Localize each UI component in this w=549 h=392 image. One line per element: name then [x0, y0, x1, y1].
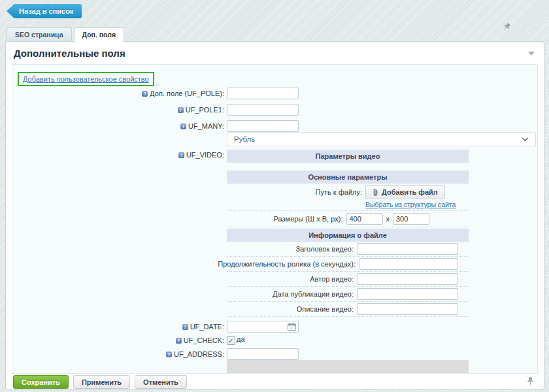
- video-path-row: Путь к файлу: Добавить файл Выбрать из с…: [227, 184, 469, 211]
- add-property-row: Добавить пользовательское свойство: [18, 72, 537, 86]
- footer-button-bar: Сохранить Применить Отменить: [6, 374, 544, 390]
- add-file-button[interactable]: Добавить файл: [365, 185, 445, 199]
- page-title: Дополнительные поля: [14, 48, 125, 59]
- video-title-input[interactable]: [357, 243, 458, 255]
- uf-check-label: UF_CHECK:: [184, 336, 224, 344]
- video-pubdate-input[interactable]: [357, 288, 458, 300]
- uf-address-label: UF_ADDRESS:: [174, 350, 224, 358]
- uf-pole1-input[interactable]: [227, 104, 299, 116]
- tab-bar: SEO страница Доп. поля: [7, 27, 549, 41]
- uf-address-input[interactable]: [227, 348, 299, 360]
- map-placeholder[interactable]: [227, 360, 469, 374]
- tab-seo-page[interactable]: SEO страница: [7, 27, 72, 41]
- highlight-box: Добавить пользовательское свойство: [18, 72, 154, 86]
- panel-header: Дополнительные поля: [6, 42, 544, 64]
- video-author-label: Автор видео:: [310, 275, 357, 283]
- video-info-row: Описание видео:: [227, 302, 469, 317]
- video-info-row: Продолжительность ролика (в секундах):: [227, 257, 469, 272]
- help-icon[interactable]: ?: [180, 123, 186, 129]
- video-width-input[interactable]: [346, 213, 383, 225]
- help-icon[interactable]: ?: [166, 351, 172, 357]
- video-size-label: Размеры (Ш х В, px):: [274, 215, 346, 223]
- uf-pole-input[interactable]: [227, 88, 299, 99]
- currency-select[interactable]: Рубль: [227, 132, 536, 146]
- help-icon[interactable]: ?: [178, 152, 184, 158]
- video-main-params-header: Основные параметры: [227, 171, 469, 184]
- chevron-down-icon: [522, 137, 529, 142]
- help-icon[interactable]: ?: [182, 324, 188, 330]
- video-description-input[interactable]: [357, 303, 458, 315]
- video-duration-label: Продолжительность ролика (в секундах):: [218, 260, 359, 268]
- video-info-row: Заголовок видео:: [227, 242, 469, 257]
- uf-pole1-label: UF_POLE1:: [186, 106, 224, 114]
- video-author-input[interactable]: [357, 273, 458, 285]
- cancel-button[interactable]: Отменить: [135, 375, 187, 389]
- uf-many-label: UF_MANY:: [188, 122, 224, 130]
- video-duration-input[interactable]: [359, 258, 458, 270]
- form-row-uf-check: ?UF_CHECK: да: [12, 335, 537, 345]
- video-params-header: Параметры видео: [227, 150, 469, 163]
- video-title-label: Заголовок видео:: [296, 245, 357, 253]
- form-row-uf-many: ?UF_MANY:: [12, 120, 537, 132]
- uf-date-label: UF_DATE:: [190, 323, 224, 331]
- calendar-icon[interactable]: [288, 323, 296, 332]
- pin-icon[interactable]: [526, 377, 535, 389]
- choose-from-site-link[interactable]: Выбрать из структуры сайта: [365, 201, 456, 208]
- uf-check-checkbox[interactable]: [227, 336, 235, 345]
- form-row-uf-date: ?UF_DATE:: [12, 321, 537, 333]
- help-icon[interactable]: ?: [178, 107, 184, 113]
- form-row-uf-address: ?UF_ADDRESS:: [12, 348, 537, 360]
- paperclip-icon: [373, 188, 378, 197]
- size-separator: x: [386, 215, 390, 223]
- video-size-row: Размеры (Ш х В, px): x: [227, 211, 469, 227]
- uf-many-input[interactable]: [227, 120, 299, 132]
- form-content: Добавить пользовательское свойство ?Доп.…: [12, 64, 538, 374]
- uf-video-label: UF_VIDEO:: [186, 151, 224, 159]
- video-description-label: Описание видео:: [297, 305, 357, 313]
- video-height-input[interactable]: [393, 213, 429, 225]
- collapse-chevron-icon[interactable]: [528, 52, 535, 59]
- video-pubdate-label: Дата публикации видео:: [273, 290, 357, 298]
- video-settings-block: Параметры видео Основные параметры Путь …: [227, 150, 469, 317]
- currency-select-value: Рубль: [234, 135, 255, 143]
- help-icon[interactable]: ?: [142, 91, 148, 97]
- video-info-row: Дата публикации видео:: [227, 287, 469, 302]
- add-user-property-link[interactable]: Добавить пользовательское свойство: [23, 75, 149, 83]
- video-file-info-header: Информация о файле: [227, 229, 469, 242]
- save-button[interactable]: Сохранить: [13, 375, 69, 389]
- tab-extra-fields[interactable]: Доп. поля: [74, 27, 125, 42]
- back-to-list-button[interactable]: Назад в список: [7, 4, 82, 18]
- uf-pole-label: Доп. поле (UF_POLE):: [150, 90, 224, 97]
- toolbar: Назад в список: [0, 0, 549, 21]
- form-row-uf-pole1: ?UF_POLE1:: [12, 104, 537, 116]
- help-icon[interactable]: ?: [176, 338, 182, 344]
- form-panel: Дополнительные поля Добавить пользовател…: [5, 41, 544, 390]
- apply-button[interactable]: Применить: [73, 375, 130, 389]
- uf-check-value-label: да: [237, 335, 245, 343]
- video-path-label: Путь к файлу:: [316, 185, 365, 196]
- form-row-uf-pole: ?Доп. поле (UF_POLE):: [12, 88, 537, 99]
- video-info-row: Автор видео:: [227, 272, 469, 287]
